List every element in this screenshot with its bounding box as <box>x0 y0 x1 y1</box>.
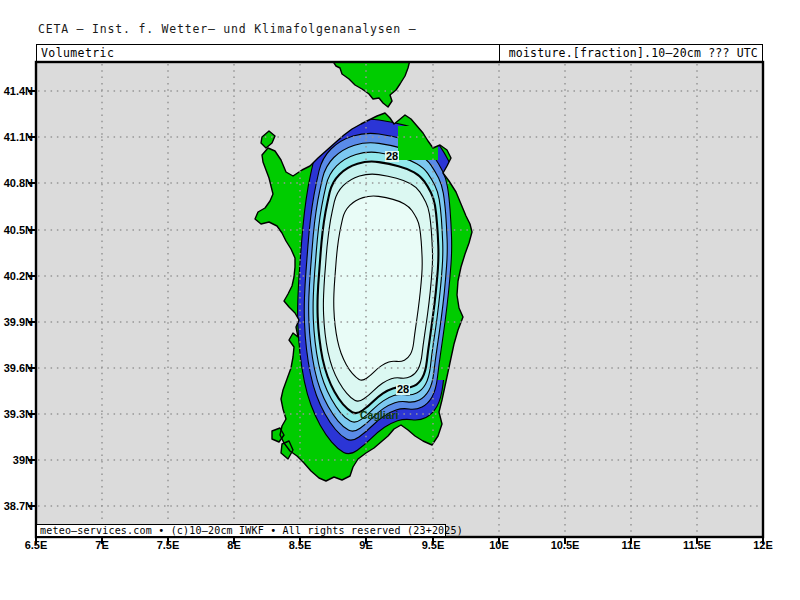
footer-text: meteo–services.com • (c)10–20cm IWKF • A… <box>40 525 463 536</box>
footer-bar: meteo–services.com • (c)10–20cm IWKF • A… <box>36 524 446 537</box>
map-canvas <box>0 0 800 600</box>
